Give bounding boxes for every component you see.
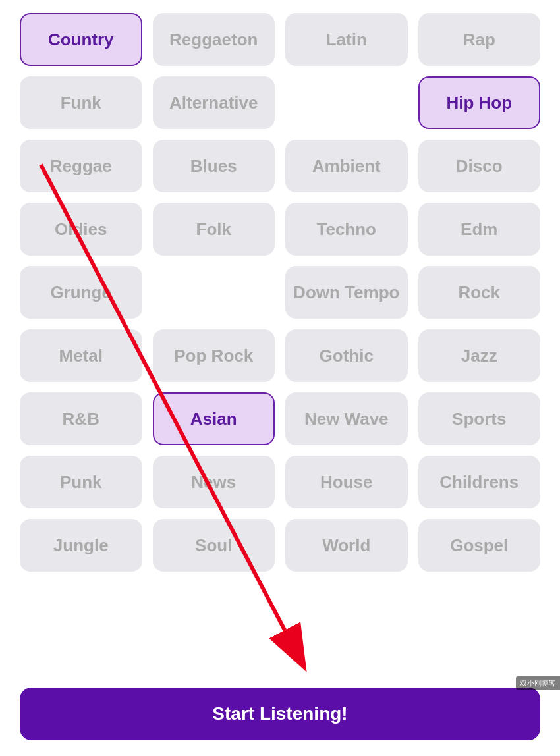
genre-btn-techno[interactable]: Techno: [285, 203, 408, 256]
genre-btn-asian[interactable]: Asian: [153, 392, 275, 445]
genre-btn-childrens[interactable]: Childrens: [418, 456, 541, 508]
genres-grid: CountryReggaetonLatinRapFunkAlternativeH…: [0, 0, 560, 664]
genre-btn-edm[interactable]: Edm: [418, 203, 541, 256]
genre-btn-grunge[interactable]: Grunge: [20, 266, 142, 319]
bottom-bar: Start Listening!: [0, 677, 560, 756]
genre-btn-house[interactable]: House: [285, 456, 408, 508]
genre-btn-punk[interactable]: Punk: [20, 456, 142, 508]
genre-btn-jazz[interactable]: Jazz: [418, 329, 541, 382]
genre-btn-ambient[interactable]: Ambient: [285, 140, 408, 192]
watermark: 双小刚博客: [516, 676, 560, 690]
genre-btn-country[interactable]: Country: [20, 13, 142, 66]
genre-btn-oldies[interactable]: Oldies: [20, 203, 142, 256]
genre-btn-reggae[interactable]: Reggae: [20, 140, 142, 192]
genre-btn-blues[interactable]: Blues: [153, 140, 275, 192]
genre-btn-soul[interactable]: Soul: [153, 519, 275, 572]
genre-btn-jungle[interactable]: Jungle: [20, 519, 142, 572]
genre-btn-latin[interactable]: Latin: [285, 13, 408, 66]
genre-btn-metal[interactable]: Metal: [20, 329, 142, 382]
genre-btn-disco[interactable]: Disco: [418, 140, 541, 192]
genre-btn-newwave[interactable]: New Wave: [285, 392, 408, 445]
genre-btn-rock[interactable]: Rock: [418, 266, 541, 319]
genre-btn-hiphop[interactable]: Hip Hop: [418, 76, 541, 129]
genre-btn-downtempo[interactable]: Down Tempo: [285, 266, 408, 319]
genre-btn-poprock[interactable]: Pop Rock: [153, 329, 275, 382]
genre-btn-folk[interactable]: Folk: [153, 203, 275, 256]
genre-btn-sports[interactable]: Sports: [418, 392, 541, 445]
genre-btn-funk[interactable]: Funk: [20, 76, 142, 129]
start-listening-button[interactable]: Start Listening!: [20, 688, 540, 740]
genre-btn-reggaeton[interactable]: Reggaeton: [153, 13, 275, 66]
genre-btn-world[interactable]: World: [285, 519, 408, 572]
genre-btn-gothic[interactable]: Gothic: [285, 329, 408, 382]
genre-btn-alternative[interactable]: Alternative: [153, 76, 275, 129]
genre-btn-gospel[interactable]: Gospel: [418, 519, 541, 572]
genre-btn-rnb[interactable]: R&B: [20, 392, 142, 445]
genre-btn-rap[interactable]: Rap: [418, 13, 541, 66]
genre-btn-news[interactable]: News: [153, 456, 275, 508]
